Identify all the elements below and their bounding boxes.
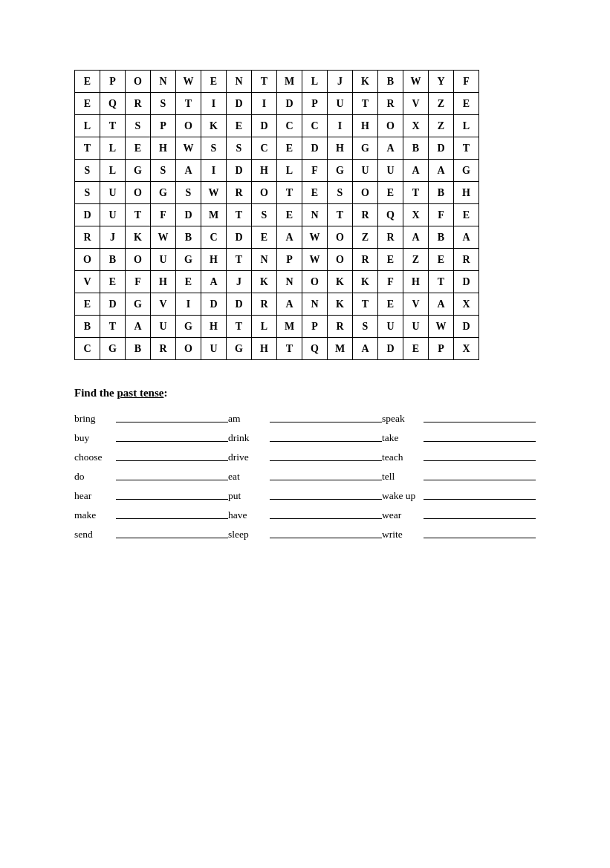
vocab-line [270, 518, 382, 519]
grid-cell: R [353, 204, 378, 226]
grid-cell: A [277, 226, 302, 249]
grid-cell: P [302, 316, 328, 338]
vocab-line [424, 538, 536, 538]
grid-cell: P [100, 71, 126, 93]
vocab-word: choose [74, 451, 113, 463]
grid-cell: P [151, 115, 176, 137]
grid-cell: A [429, 293, 454, 316]
grid-cell: S [75, 182, 100, 204]
grid-cell: R [353, 249, 378, 271]
vocab-item: do [74, 471, 228, 483]
grid-cell: T [126, 204, 151, 226]
vocab-line [116, 422, 228, 422]
grid-cell: B [100, 249, 126, 271]
grid-cell: B [429, 226, 454, 249]
grid-cell: W [403, 71, 429, 93]
vocab-item: wake up [382, 490, 536, 502]
grid-cell: V [151, 293, 176, 316]
grid-cell: U [353, 160, 378, 182]
grid-cell: G [454, 160, 479, 182]
grid-cell: U [328, 93, 353, 115]
grid-cell: H [252, 338, 277, 360]
grid-cell: T [100, 316, 126, 338]
grid-cell: H [151, 271, 176, 293]
grid-cell: W [176, 137, 201, 160]
grid-cell: R [378, 226, 403, 249]
vocab-word: speak [382, 413, 421, 425]
grid-cell: C [201, 226, 227, 249]
vocab-item: make [74, 509, 228, 521]
vocab-word: am [228, 413, 267, 425]
grid-cell: L [100, 137, 126, 160]
vocab-line [116, 499, 228, 500]
word-search-grid: EPONWENTMLJKBWYFEQRSTIDIDPUTRVZELTSPOKED… [74, 70, 479, 360]
grid-cell: E [454, 204, 479, 226]
grid-cell: T [227, 204, 252, 226]
grid-cell: M [277, 71, 302, 93]
vocab-item: bring [74, 413, 228, 425]
vocab-col-3: speaktaketeachtellwake upwearwrite [382, 413, 536, 541]
vocab-word: drink [228, 432, 267, 444]
grid-cell: P [277, 249, 302, 271]
grid-cell: R [454, 249, 479, 271]
grid-cell: T [277, 338, 302, 360]
grid-cell: A [126, 316, 151, 338]
vocab-word: take [382, 432, 421, 444]
grid-cell: K [126, 226, 151, 249]
grid-cell: T [100, 115, 126, 137]
vocab-item: drive [228, 451, 382, 463]
vocab-item: speak [382, 413, 536, 425]
grid-cell: Z [429, 115, 454, 137]
grid-cell: T [227, 316, 252, 338]
vocab-word: sleep [228, 529, 267, 541]
grid-cell: E [454, 93, 479, 115]
vocab-line [270, 422, 382, 422]
grid-cell: O [75, 249, 100, 271]
grid-cell: E [429, 249, 454, 271]
grid-cell: C [252, 137, 277, 160]
grid-cell: F [151, 204, 176, 226]
grid-cell: E [378, 293, 403, 316]
grid-cell: E [277, 204, 302, 226]
grid-cell: E [126, 137, 151, 160]
grid-cell: D [100, 293, 126, 316]
grid-cell: T [227, 249, 252, 271]
grid-cell: O [328, 249, 353, 271]
grid-cell: H [252, 160, 277, 182]
grid-cell: R [227, 182, 252, 204]
grid-cell: E [403, 338, 429, 360]
grid-cell: Z [403, 249, 429, 271]
grid-cell: U [378, 160, 403, 182]
grid-cell: D [429, 137, 454, 160]
grid-cell: G [126, 293, 151, 316]
grid-cell: Z [353, 226, 378, 249]
vocab-line [424, 441, 536, 442]
grid-cell: K [353, 71, 378, 93]
vocab-col-1: bringbuychoosedohearmakesend [74, 413, 228, 541]
grid-cell: L [100, 160, 126, 182]
grid-cell: I [176, 293, 201, 316]
grid-cell: F [454, 71, 479, 93]
grid-cell: N [151, 71, 176, 93]
grid-cell: T [252, 71, 277, 93]
grid-cell: T [454, 137, 479, 160]
grid-cell: W [201, 182, 227, 204]
grid-cell: L [454, 115, 479, 137]
grid-cell: D [75, 204, 100, 226]
vocab-word: make [74, 509, 113, 521]
grid-cell: E [75, 93, 100, 115]
grid-cell: R [75, 226, 100, 249]
grid-cell: E [302, 182, 328, 204]
vocab-word: do [74, 471, 113, 483]
vocab-item: am [228, 413, 382, 425]
grid-cell: Q [302, 338, 328, 360]
grid-cell: E [100, 271, 126, 293]
vocab-item: choose [74, 451, 228, 463]
grid-cell: O [302, 271, 328, 293]
vocab-item: take [382, 432, 536, 444]
grid-cell: A [429, 160, 454, 182]
grid-cell: R [252, 293, 277, 316]
grid-cell: A [403, 160, 429, 182]
vocab-item: send [74, 529, 228, 541]
grid-cell: L [302, 71, 328, 93]
